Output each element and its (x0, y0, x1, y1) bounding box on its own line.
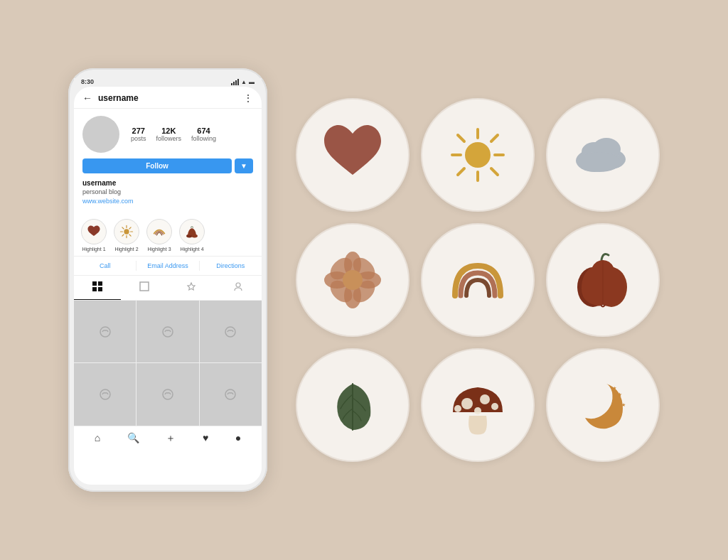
svg-point-52 (474, 407, 481, 414)
highlight-4-label: Highlight 4 (180, 247, 203, 252)
svg-point-21 (100, 389, 110, 399)
svg-marker-16 (188, 283, 195, 290)
nav-heart[interactable]: ♥ (203, 432, 208, 445)
tab-reels[interactable] (121, 276, 168, 300)
highlight-1-label: Highlight 1 (82, 247, 105, 252)
highlight-2-label: Highlight 2 (114, 247, 138, 252)
highlight-1[interactable]: Highlight 1 (81, 219, 107, 252)
phone-time: 8:30 (81, 78, 94, 85)
ig-stat-following: 674 following (191, 126, 216, 142)
svg-rect-11 (92, 281, 97, 286)
posts-label: posts (131, 135, 146, 142)
svg-line-5 (122, 227, 124, 229)
email-button[interactable]: Email Address (136, 261, 199, 271)
directions-button[interactable]: Directions (200, 261, 262, 271)
highlight-4-circle (179, 219, 205, 244)
svg-point-20 (225, 327, 235, 337)
grid-item-3[interactable] (200, 301, 262, 362)
tab-grid[interactable] (74, 276, 121, 300)
phone-mockup: 8:30 ▲ ▬ ← username ⋮ (68, 68, 267, 492)
website-link[interactable]: www.website.com (82, 198, 253, 205)
nav-profile[interactable]: ● (235, 432, 241, 445)
nav-home[interactable]: ⌂ (95, 432, 100, 445)
highlight-3[interactable]: Highlight 3 (146, 219, 172, 252)
highlight-heart (296, 98, 410, 212)
call-button[interactable]: Call (74, 261, 136, 271)
grid-item-2[interactable] (136, 301, 198, 362)
grid-item-5[interactable] (136, 363, 198, 425)
ig-profile: 277 posts 12K followers 674 following (74, 109, 262, 215)
svg-line-29 (458, 135, 464, 141)
battery-icon: ▬ (249, 79, 255, 85)
tab-tagged[interactable] (215, 276, 262, 300)
svg-rect-13 (92, 287, 97, 291)
highlights-grid: ★ ★ ★ (296, 98, 660, 462)
svg-point-50 (461, 398, 473, 409)
highlight-cloud (546, 98, 660, 212)
back-button[interactable]: ← (82, 92, 92, 104)
svg-point-24 (465, 142, 491, 168)
ig-stats: 277 posts 12K followers 674 following (131, 126, 216, 142)
ig-header-username: username (98, 93, 139, 103)
avatar (82, 116, 119, 153)
phone-notch: 8:30 ▲ ▬ (74, 78, 262, 85)
highlight-mushroom (421, 348, 535, 462)
highlight-1-circle (81, 219, 107, 244)
bio-description: personal blog (82, 188, 253, 195)
highlight-apple (546, 223, 660, 337)
grid-item-4[interactable] (74, 363, 136, 425)
svg-point-19 (163, 327, 173, 337)
highlight-leaf (296, 348, 410, 462)
svg-rect-14 (98, 287, 102, 291)
following-count: 674 (191, 126, 216, 135)
status-icons: ▲ ▬ (231, 79, 255, 85)
svg-text:★: ★ (621, 402, 626, 407)
highlight-3-circle (146, 219, 172, 244)
ig-bottom-nav: ⌂ 🔍 ＋ ♥ ● (74, 426, 262, 448)
ig-actions: Call Email Address Directions (74, 257, 262, 276)
ig-profile-top: 277 posts 12K followers 674 following (82, 116, 253, 153)
follow-dropdown-button[interactable]: ▼ (235, 158, 253, 173)
highlight-moon: ★ ★ ★ (546, 348, 660, 462)
highlight-2[interactable]: Highlight 2 (114, 219, 139, 252)
svg-point-17 (236, 283, 240, 287)
svg-point-18 (100, 327, 110, 337)
main-container: 8:30 ▲ ▬ ← username ⋮ (47, 47, 681, 513)
svg-rect-12 (98, 281, 102, 286)
ig-stat-followers: 12K followers (156, 126, 182, 142)
nav-search[interactable]: 🔍 (127, 432, 139, 445)
follow-button[interactable]: Follow (82, 158, 232, 173)
svg-point-23 (225, 389, 235, 399)
svg-text:★: ★ (613, 386, 616, 390)
svg-line-8 (122, 235, 124, 236)
svg-point-37 (578, 152, 621, 172)
nav-add[interactable]: ＋ (166, 432, 176, 445)
svg-point-22 (163, 389, 173, 399)
grid-item-6[interactable] (200, 363, 262, 425)
ig-header: ← username ⋮ (74, 87, 262, 109)
signal-icon (231, 79, 239, 85)
svg-rect-15 (140, 282, 149, 291)
svg-point-51 (480, 394, 490, 404)
highlight-2-circle (114, 219, 139, 244)
ig-header-left: ← username (82, 92, 139, 104)
bio-name: username (82, 179, 253, 187)
svg-line-30 (491, 168, 498, 175)
highlight-4[interactable]: Highlight 4 (179, 219, 205, 252)
highlight-rainbow (421, 223, 535, 337)
svg-point-54 (491, 403, 498, 410)
svg-point-46 (343, 270, 363, 290)
posts-count: 277 (131, 126, 146, 135)
followers-label: followers (156, 135, 182, 142)
svg-line-7 (129, 227, 131, 229)
grid-item-1[interactable] (74, 301, 136, 362)
svg-line-31 (491, 135, 498, 141)
more-options-button[interactable]: ⋮ (243, 92, 253, 104)
tab-saved[interactable] (168, 276, 215, 300)
ig-grid (74, 301, 262, 426)
svg-point-53 (454, 405, 461, 412)
svg-point-0 (124, 229, 129, 234)
ig-highlights: Highlight 1 (74, 215, 262, 257)
highlight-sun (421, 98, 535, 212)
highlight-3-label: Highlight 3 (147, 247, 171, 252)
